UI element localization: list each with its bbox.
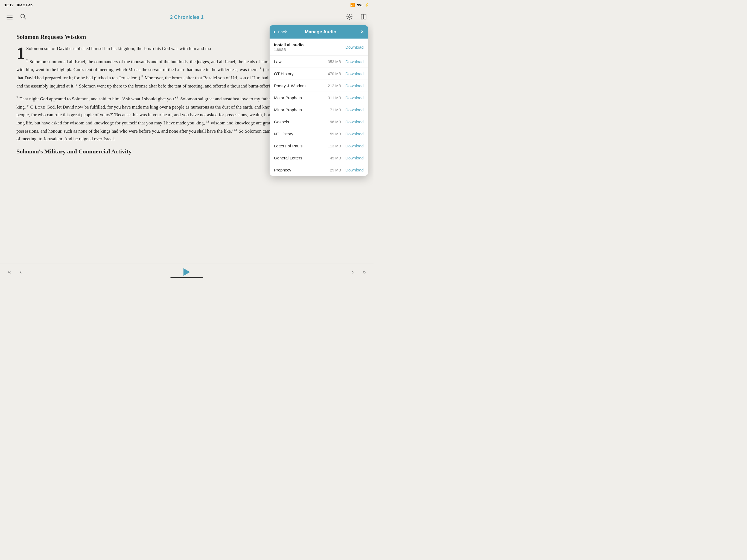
svg-rect-3	[361, 14, 363, 19]
audio-list-item: Poetry & Wisdom212 MBDownload	[269, 80, 368, 92]
audio-item-size: 29 MB	[330, 168, 341, 172]
settings-button[interactable]	[345, 12, 354, 23]
menu-button[interactable]	[5, 15, 14, 21]
audio-list-item: Letters of Pauls113 MBDownload	[269, 140, 368, 152]
audio-item-label: Law	[274, 59, 328, 64]
download-button-law[interactable]: Download	[345, 59, 364, 64]
audio-item-label: NT History	[274, 131, 330, 136]
svg-rect-4	[364, 14, 366, 19]
verse-num-12: 12	[206, 120, 209, 123]
audio-item-label: Major Prophets	[274, 96, 328, 100]
download-button-poetry-&-wisdom[interactable]: Download	[345, 83, 364, 88]
bottom-bar-left: « ‹	[5, 268, 24, 277]
wifi-icon: 📶	[350, 3, 355, 7]
last-page-button[interactable]: »	[360, 268, 368, 277]
status-bar-right: 📶 9% ⚡	[350, 3, 369, 7]
hamburger-icon	[6, 16, 12, 19]
next-page-button[interactable]: ›	[350, 268, 356, 277]
home-indicator	[170, 277, 203, 278]
download-button-prophecy[interactable]: Download	[345, 168, 364, 172]
download-button-ot-history[interactable]: Download	[345, 71, 364, 76]
prev-page-button[interactable]: ‹	[18, 268, 24, 277]
install-all-row: Install all audio 1.86GB Download	[269, 39, 368, 56]
audio-list-item: General Letters45 MBDownload	[269, 152, 368, 164]
audio-item-size: 113 MB	[328, 144, 341, 148]
verse-num-6: 6	[76, 83, 77, 86]
charging-icon: ⚡	[364, 3, 369, 7]
verse-num-7: 7	[17, 96, 18, 99]
audio-list-item: Gospels196 MBDownload	[269, 116, 368, 128]
audio-item-size: 59 MB	[330, 132, 341, 136]
chapter-number: 1	[17, 46, 25, 61]
search-button[interactable]	[19, 12, 27, 22]
audio-item-label: Minor Prophets	[274, 107, 330, 112]
top-nav-right	[345, 12, 368, 23]
book-button[interactable]	[359, 12, 368, 23]
back-button[interactable]: Back	[274, 29, 287, 34]
chevron-left-icon	[274, 30, 277, 33]
download-button-gospels[interactable]: Download	[345, 120, 364, 124]
audio-item-size: 196 MB	[328, 120, 341, 124]
status-bar-left: 10:12 Tue 2 Feb	[4, 3, 32, 7]
audio-list-item: OT History470 MBDownload	[269, 68, 368, 80]
audio-item-label: Gospels	[274, 120, 328, 124]
battery-percent: 9%	[357, 3, 362, 7]
top-nav: 2 Chronicles 1	[0, 10, 374, 25]
play-button[interactable]	[181, 266, 192, 278]
first-page-button[interactable]: «	[5, 268, 13, 277]
top-nav-left	[5, 12, 27, 22]
download-button-letters-of-pauls[interactable]: Download	[345, 144, 364, 148]
svg-line-1	[24, 18, 26, 19]
audio-item-label: Letters of Pauls	[274, 144, 328, 148]
close-button[interactable]: ×	[361, 29, 364, 35]
audio-item-size: 311 MB	[328, 96, 341, 100]
audio-item-label: Prophecy	[274, 168, 330, 172]
search-icon	[20, 14, 26, 20]
install-all-size: 1.86GB	[274, 48, 345, 52]
date-display: Tue 2 Feb	[16, 3, 32, 7]
install-all-download-button[interactable]: Download	[345, 45, 364, 50]
audio-item-label: OT History	[274, 71, 328, 76]
audio-list-item: Minor Prophets71 MBDownload	[269, 104, 368, 116]
book-icon	[360, 14, 367, 20]
play-icon	[183, 268, 190, 276]
verse-num-9: 9	[27, 104, 29, 107]
verse-num-5: 5	[141, 75, 143, 78]
audio-list-item: NT History59 MBDownload	[269, 128, 368, 140]
audio-item-size: 45 MB	[330, 156, 341, 160]
audio-item-size: 470 MB	[328, 72, 341, 76]
bottom-bar: « ‹ › »	[0, 263, 374, 280]
panel-title: Manage Audio	[289, 29, 351, 35]
audio-list-item: Prophecy29 MBDownload	[269, 164, 368, 176]
audio-list-item: Law353 MBDownload	[269, 56, 368, 68]
audio-list: Law353 MBDownloadOT History470 MBDownloa…	[269, 56, 368, 176]
audio-list-item: Major Prophets311 MBDownload	[269, 92, 368, 104]
install-all-label: Install all audio	[274, 42, 345, 47]
download-button-major-prophets[interactable]: Download	[345, 96, 364, 100]
download-button-minor-prophets[interactable]: Download	[345, 107, 364, 112]
page-title: 2 Chronicles 1	[170, 15, 203, 20]
install-all-text: Install all audio 1.86GB	[274, 42, 345, 52]
audio-item-size: 212 MB	[328, 84, 341, 88]
download-button-general-letters[interactable]: Download	[345, 156, 364, 160]
svg-point-2	[349, 16, 351, 18]
time-display: 10:12	[4, 3, 14, 7]
bottom-bar-right: › »	[350, 268, 368, 277]
audio-item-label: Poetry & Wisdom	[274, 83, 328, 88]
gear-icon	[346, 14, 353, 20]
verse-num-13: 13	[234, 128, 237, 131]
audio-item-label: General Letters	[274, 156, 330, 160]
verse-num-4: 4	[260, 67, 261, 70]
verse-num-2: 2	[26, 58, 28, 62]
audio-item-size: 71 MB	[330, 108, 341, 112]
panel-header: Back Manage Audio ×	[269, 25, 368, 39]
download-button-nt-history[interactable]: Download	[345, 131, 364, 136]
audio-item-size: 353 MB	[328, 59, 341, 64]
manage-audio-panel: Back Manage Audio × Install all audio 1.…	[269, 25, 368, 176]
back-label: Back	[278, 29, 287, 34]
verse-num-8: 8	[177, 96, 179, 99]
status-bar: 10:12 Tue 2 Feb 📶 9% ⚡	[0, 0, 374, 10]
